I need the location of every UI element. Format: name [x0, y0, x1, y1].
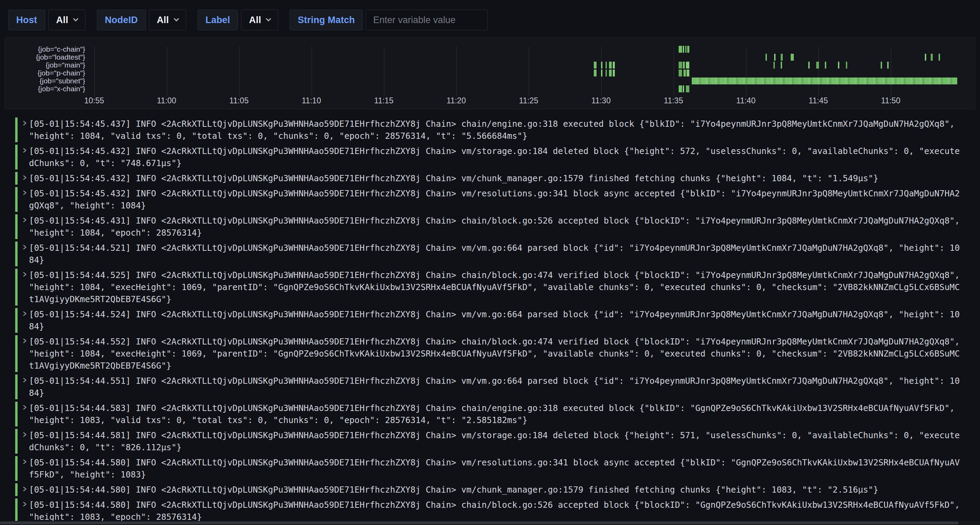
log-volume-bar: [846, 62, 847, 68]
log-row[interactable]: [05-01|15:54:44.583] INFO <2AcRkXTLLtQjv…: [15, 402, 980, 427]
expand-chevron-icon[interactable]: [18, 187, 29, 212]
variable-select-nodeid[interactable]: All: [149, 10, 186, 30]
variable-label-label: Label: [197, 10, 238, 30]
log-volume-bar: [887, 62, 889, 68]
log-message: [05-01|15:54:44.521] INFO <2AcRkXTLLtQjv…: [29, 241, 960, 266]
log-row[interactable]: [05-01|15:54:45.432] INFO <2AcRkXTLLtQjv…: [15, 145, 980, 170]
variable-string-match: String Match: [290, 10, 488, 30]
variable-select-label[interactable]: All: [241, 10, 278, 30]
log-row[interactable]: [05-01|15:54:45.437] INFO <2AcRkXTLLtQjv…: [15, 117, 980, 142]
log-row[interactable]: [05-01|15:54:44.521] INFO <2AcRkXTLLtQjv…: [15, 241, 980, 266]
log-level-indicator: [15, 335, 18, 372]
expand-chevron-icon[interactable]: [18, 214, 29, 239]
variable-nodeid: NodeID All: [97, 10, 186, 30]
log-volume-bar: [881, 62, 882, 68]
variable-label: Label All: [197, 10, 278, 30]
series-label: {job="x-chain"}: [5, 85, 85, 93]
variable-select-host[interactable]: All: [48, 10, 86, 30]
log-row[interactable]: [05-01|15:54:44.580] INFO <2AcRkXTLLtQjv…: [15, 483, 980, 496]
x-axis-tick-label: 11:45: [809, 96, 828, 105]
log-level-indicator: [15, 214, 18, 239]
x-axis-tick-label: 11:10: [302, 96, 321, 105]
gridline: [239, 46, 240, 97]
gridline: [746, 46, 746, 97]
string-match-input[interactable]: [366, 10, 488, 30]
gridline: [311, 46, 312, 97]
expand-chevron-icon[interactable]: [18, 429, 29, 454]
expand-chevron-icon[interactable]: [18, 402, 29, 427]
series-label: {job="c-chain"}: [5, 46, 85, 53]
series-label: {job="main"}: [5, 61, 85, 69]
variable-label-nodeid: NodeID: [97, 10, 146, 30]
log-message: [05-01|15:54:44.551] INFO <2AcRkXTLLtQjv…: [29, 374, 960, 399]
log-volume-bar: [606, 70, 607, 76]
gridline: [167, 46, 167, 97]
log-volume-bar: [686, 62, 690, 68]
log-volume-bar: [679, 46, 682, 53]
log-row[interactable]: [05-01|15:54:45.431] INFO <2AcRkXTLLtQjv…: [15, 214, 980, 239]
x-axis-tick-label: 11:20: [447, 96, 466, 105]
log-row[interactable]: [05-01|15:54:44.580] INFO <2AcRkXTLLtQjv…: [15, 456, 980, 481]
x-axis-tick-label: 11:50: [881, 96, 900, 105]
gridline: [891, 46, 891, 97]
log-volume-bar: [687, 46, 689, 53]
log-volume-bar: [594, 70, 597, 76]
log-message: [05-01|15:54:44.525] INFO <2AcRkXTLLtQjv…: [29, 269, 960, 306]
log-volume-bar: [765, 54, 767, 60]
log-volume-bar: [601, 62, 602, 68]
expand-chevron-icon[interactable]: [18, 117, 29, 142]
scrollbar-thumb[interactable]: [0, 522, 959, 524]
expand-chevron-icon[interactable]: [18, 498, 29, 523]
x-axis-tick-label: 11:40: [736, 96, 756, 105]
gridline: [529, 46, 529, 97]
log-row[interactable]: [05-01|15:54:44.581] INFO <2AcRkXTLLtQjv…: [15, 429, 980, 454]
expand-chevron-icon[interactable]: [18, 269, 29, 306]
log-volume-bar: [683, 70, 686, 76]
x-axis-tick-label: 11:25: [519, 96, 538, 105]
log-level-indicator: [15, 117, 18, 142]
x-axis-tick-label: 11:15: [374, 96, 393, 105]
expand-chevron-icon[interactable]: [18, 172, 29, 185]
log-volume-bar: [679, 62, 682, 68]
expand-chevron-icon[interactable]: [18, 483, 29, 496]
log-row[interactable]: [05-01|15:54:44.551] INFO <2AcRkXTLLtQjv…: [15, 374, 980, 399]
log-volume-bar: [609, 70, 612, 76]
log-volume-bar: [685, 46, 687, 53]
x-axis-tick-label: 11:00: [157, 96, 176, 105]
log-row[interactable]: [05-01|15:54:44.524] INFO <2AcRkXTLLtQjv…: [15, 308, 980, 333]
expand-chevron-icon[interactable]: [18, 145, 29, 170]
log-volume-bar: [683, 86, 684, 92]
log-volume-bar: [606, 62, 607, 68]
horizontal-scrollbar[interactable]: [0, 521, 980, 525]
gridline: [94, 46, 95, 97]
x-axis-tick-label: 11:05: [229, 96, 249, 105]
x-axis-tick-label: 11:30: [591, 96, 611, 105]
log-level-indicator: [15, 145, 18, 170]
series-label: {job="loadtest"}: [5, 53, 85, 61]
series-label: {job="p-chain"}: [5, 69, 85, 77]
expand-chevron-icon[interactable]: [18, 335, 29, 372]
log-row[interactable]: [05-01|15:54:44.580] INFO <2AcRkXTLLtQjv…: [15, 498, 980, 523]
log-volume-bar: [613, 70, 615, 76]
expand-chevron-icon[interactable]: [18, 374, 29, 399]
log-row[interactable]: [05-01|15:54:45.432] INFO <2AcRkXTLLtQjv…: [15, 187, 980, 212]
expand-chevron-icon[interactable]: [18, 456, 29, 481]
log-volume-bar: [687, 70, 689, 76]
log-volume-bar: [609, 62, 612, 68]
expand-chevron-icon[interactable]: [18, 241, 29, 266]
expand-chevron-icon[interactable]: [18, 308, 29, 333]
log-row[interactable]: [05-01|15:54:44.552] INFO <2AcRkXTLLtQjv…: [15, 335, 980, 372]
log-level-indicator: [15, 498, 18, 523]
log-row[interactable]: [05-01|15:54:44.525] INFO <2AcRkXTLLtQjv…: [15, 269, 980, 306]
log-row[interactable]: [05-01|15:54:45.432] INFO <2AcRkXTLLtQjv…: [15, 172, 980, 185]
log-list: [05-01|15:54:45.437] INFO <2AcRkXTLLtQjv…: [0, 117, 980, 525]
chevron-down-icon: [173, 16, 179, 22]
variable-value-nodeid: All: [157, 15, 169, 25]
log-volume-bar: [808, 62, 810, 68]
log-message: [05-01|15:54:44.583] INFO <2AcRkXTLLtQjv…: [29, 402, 960, 427]
log-message: [05-01|15:54:44.524] INFO <2AcRkXTLLtQjv…: [29, 308, 960, 333]
log-message: [05-01|15:54:44.580] INFO <2AcRkXTLLtQjv…: [29, 483, 960, 496]
log-volume-bar: [613, 62, 615, 68]
log-volume-panel: 10:5511:0011:0511:1011:1511:2011:2511:30…: [5, 37, 975, 109]
gridline: [456, 46, 457, 97]
